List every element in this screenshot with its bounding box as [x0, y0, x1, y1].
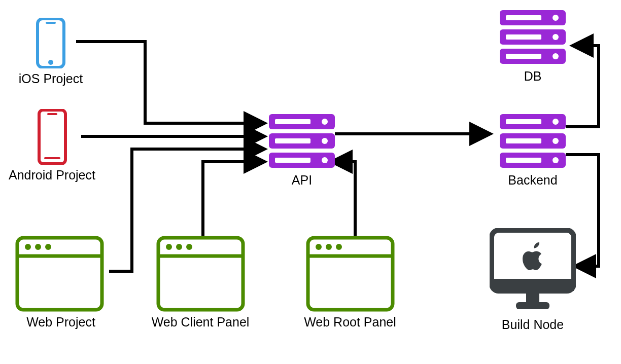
- browser-icon: [306, 236, 395, 312]
- browser-icon: [156, 236, 245, 312]
- db-label: DB: [497, 69, 568, 84]
- api-label: API: [266, 173, 337, 188]
- svg-point-38: [553, 53, 559, 59]
- svg-rect-46: [506, 158, 541, 163]
- edge-ios-api: [76, 42, 264, 123]
- svg-point-45: [553, 138, 559, 144]
- svg-rect-26: [275, 138, 310, 143]
- svg-point-25: [322, 119, 328, 125]
- phone-icon: [37, 109, 67, 165]
- svg-point-14: [176, 244, 182, 250]
- node-android: Android Project: [5, 109, 99, 183]
- svg-point-8: [25, 244, 31, 250]
- svg-rect-44: [506, 138, 541, 143]
- root-panel-label: Web Root Panel: [297, 315, 403, 330]
- svg-rect-49: [492, 279, 574, 291]
- svg-point-9: [35, 244, 41, 250]
- android-label: Android Project: [5, 168, 99, 183]
- svg-rect-1: [46, 22, 56, 24]
- node-web: Web Project: [15, 236, 107, 330]
- backend-label: Backend: [492, 173, 573, 188]
- server-stack-icon: [500, 114, 566, 170]
- svg-rect-24: [275, 119, 310, 124]
- svg-rect-37: [506, 54, 541, 59]
- phone-icon: [36, 18, 66, 68]
- svg-point-19: [326, 244, 332, 250]
- client-panel-label: Web Client Panel: [145, 315, 256, 330]
- svg-rect-33: [506, 15, 541, 20]
- server-stack-icon: [269, 114, 335, 170]
- svg-point-47: [553, 157, 559, 163]
- svg-rect-5: [44, 157, 60, 159]
- node-api: API: [266, 114, 337, 188]
- node-client-panel: Web Client Panel: [145, 236, 256, 330]
- svg-point-13: [166, 244, 172, 250]
- svg-point-36: [553, 34, 559, 40]
- svg-point-18: [316, 244, 322, 250]
- browser-icon: [15, 236, 104, 312]
- svg-rect-3: [39, 110, 65, 164]
- svg-point-10: [45, 244, 51, 250]
- svg-rect-50: [526, 291, 539, 302]
- web-label: Web Project: [15, 315, 107, 330]
- build-node-label: Build Node: [487, 317, 578, 332]
- svg-point-20: [336, 244, 342, 250]
- node-backend: Backend: [492, 114, 573, 188]
- svg-point-2: [48, 60, 53, 65]
- node-root-panel: Web Root Panel: [297, 236, 403, 330]
- node-db: DB: [497, 10, 568, 84]
- node-build: Build Node: [487, 228, 578, 332]
- svg-rect-35: [506, 34, 541, 40]
- svg-point-27: [322, 138, 328, 144]
- svg-rect-4: [47, 113, 57, 115]
- imac-apple-icon: [490, 228, 576, 314]
- ios-label: iOS Project: [10, 71, 91, 86]
- svg-rect-28: [275, 158, 310, 163]
- svg-point-43: [553, 119, 559, 125]
- server-stack-icon: [500, 10, 566, 66]
- node-ios: iOS Project: [10, 18, 91, 86]
- svg-point-29: [322, 157, 328, 163]
- svg-rect-42: [506, 119, 541, 124]
- edge-clientpanel-api: [203, 162, 264, 236]
- svg-point-34: [553, 15, 559, 21]
- svg-rect-51: [516, 302, 549, 309]
- svg-point-15: [186, 244, 192, 250]
